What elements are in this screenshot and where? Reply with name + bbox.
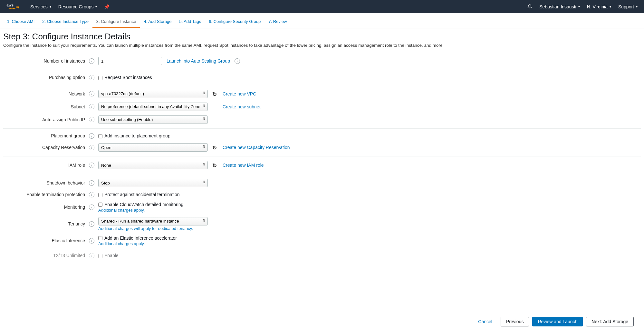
info-icon[interactable]: i bbox=[89, 117, 94, 122]
monitoring-label: Monitoring bbox=[3, 200, 87, 215]
tenancy-label: Tenancy bbox=[3, 215, 87, 233]
create-vpc-link[interactable]: Create new VPC bbox=[223, 91, 256, 96]
subnet-label: Subnet bbox=[3, 100, 87, 113]
termination-wrapper[interactable]: Protect against accidental termination bbox=[98, 192, 179, 197]
create-capacity-link[interactable]: Create new Capacity Reservation bbox=[223, 145, 290, 150]
iam-label: IAM role bbox=[3, 156, 87, 174]
pin-icon[interactable]: 📌 bbox=[104, 4, 110, 9]
chevron-down-icon: ▾ bbox=[578, 5, 580, 8]
info-icon[interactable]: i bbox=[89, 204, 94, 210]
info-icon[interactable]: i bbox=[89, 145, 94, 150]
monitoring-checkbox[interactable] bbox=[98, 203, 102, 207]
info-icon[interactable]: i bbox=[89, 104, 94, 109]
tab-security-group[interactable]: 6. Configure Security Group bbox=[205, 17, 264, 28]
user-menu[interactable]: Sebastian Insausti▾ bbox=[539, 4, 580, 9]
ei-text: Add an Elastic Inference accelerator bbox=[104, 235, 177, 241]
info-icon[interactable]: i bbox=[235, 58, 240, 64]
services-label: Services bbox=[30, 4, 48, 9]
info-icon[interactable]: i bbox=[89, 75, 94, 80]
services-menu[interactable]: Services▾ bbox=[30, 4, 51, 9]
chevron-down-icon: ▾ bbox=[636, 5, 638, 8]
aws-logo[interactable]: aws bbox=[6, 3, 21, 11]
region-menu[interactable]: N. Virginia▾ bbox=[587, 4, 611, 9]
monitoring-note-link[interactable]: Additional charges apply. bbox=[98, 208, 639, 213]
refresh-icon[interactable]: ↻ bbox=[212, 91, 218, 97]
placement-wrapper[interactable]: Add instance to placement group bbox=[98, 133, 170, 138]
resource-groups-menu[interactable]: Resource Groups▾ bbox=[58, 4, 97, 9]
svg-text:aws: aws bbox=[6, 3, 14, 7]
shutdown-select[interactable]: Stop bbox=[98, 179, 208, 187]
capacity-label: Capacity Reservation bbox=[3, 141, 87, 156]
configure-form: Number of instances i Launch into Auto S… bbox=[3, 52, 641, 261]
page-title: Step 3: Configure Instance Details bbox=[3, 32, 641, 42]
create-iam-link[interactable]: Create new IAM role bbox=[223, 163, 264, 168]
tenancy-note-link[interactable]: Additional charges will apply for dedica… bbox=[98, 226, 639, 231]
t2t3-text: Enable bbox=[104, 253, 119, 258]
termination-text: Protect against accidental termination bbox=[104, 192, 179, 197]
tab-configure-instance[interactable]: 3. Configure Instance bbox=[92, 17, 140, 28]
bell-icon[interactable] bbox=[527, 4, 532, 9]
tab-choose-ami[interactable]: 1. Choose AMI bbox=[3, 17, 38, 28]
num-instances-input[interactable] bbox=[98, 57, 162, 65]
placement-label: Placement group bbox=[3, 128, 87, 141]
request-spot-text: Request Spot instances bbox=[104, 75, 152, 80]
create-subnet-link[interactable]: Create new subnet bbox=[223, 104, 261, 109]
wizard-tabs: 1. Choose AMI 2. Choose Instance Type 3.… bbox=[0, 13, 644, 28]
iam-select[interactable]: None bbox=[98, 161, 208, 169]
subnet-select[interactable]: No preference (default subnet in any Ava… bbox=[98, 103, 208, 111]
info-icon[interactable]: i bbox=[89, 91, 94, 96]
refresh-icon[interactable]: ↻ bbox=[212, 145, 218, 150]
region-label: N. Virginia bbox=[587, 4, 608, 9]
topbar-left: Services▾ Resource Groups▾ 📌 bbox=[30, 4, 110, 9]
tenancy-select[interactable]: Shared - Run a shared hardware instance bbox=[98, 217, 208, 225]
placement-text: Add instance to placement group bbox=[104, 133, 170, 138]
support-label: Support bbox=[618, 4, 634, 9]
info-icon[interactable]: i bbox=[89, 180, 94, 186]
network-label: Network bbox=[3, 85, 87, 100]
capacity-select[interactable]: Open bbox=[98, 143, 208, 152]
info-icon[interactable]: i bbox=[89, 192, 94, 197]
info-icon[interactable]: i bbox=[89, 58, 94, 64]
page-description: Configure the instance to suit your requ… bbox=[3, 43, 641, 48]
t2t3-label: T2/T3 Unlimited bbox=[3, 248, 87, 261]
monitoring-wrapper[interactable]: Enable CloudWatch detailed monitoring bbox=[98, 202, 183, 207]
purchasing-label: Purchasing option bbox=[3, 70, 87, 85]
chevron-down-icon: ▾ bbox=[50, 5, 51, 8]
info-icon[interactable]: i bbox=[89, 253, 94, 258]
request-spot-checkbox[interactable] bbox=[98, 76, 102, 80]
topbar-right: Sebastian Insausti▾ N. Virginia▾ Support… bbox=[527, 4, 638, 9]
termination-label: Enable termination protection bbox=[3, 189, 87, 200]
t2t3-wrapper[interactable]: Enable bbox=[98, 253, 119, 258]
shutdown-label: Shutdown behavior bbox=[3, 174, 87, 190]
chevron-down-icon: ▾ bbox=[610, 5, 611, 8]
network-select[interactable]: vpc-a70327dc (default) bbox=[98, 90, 208, 98]
info-icon[interactable]: i bbox=[89, 238, 94, 244]
t2t3-checkbox[interactable] bbox=[98, 254, 102, 258]
tab-add-storage[interactable]: 4. Add Storage bbox=[140, 17, 175, 28]
termination-checkbox[interactable] bbox=[98, 193, 102, 197]
info-icon[interactable]: i bbox=[89, 133, 94, 139]
tab-review[interactable]: 7. Review bbox=[264, 17, 291, 28]
ei-label: Elastic Inference bbox=[3, 233, 87, 248]
resource-groups-label: Resource Groups bbox=[58, 4, 94, 9]
num-instances-label: Number of instances bbox=[3, 52, 87, 70]
page-content: Step 3: Configure Instance Details Confi… bbox=[0, 28, 644, 286]
support-menu[interactable]: Support▾ bbox=[618, 4, 638, 9]
ei-wrapper[interactable]: Add an Elastic Inference accelerator bbox=[98, 235, 177, 241]
monitoring-text: Enable CloudWatch detailed monitoring bbox=[104, 202, 183, 207]
refresh-icon[interactable]: ↻ bbox=[212, 162, 218, 168]
auto-ip-select[interactable]: Use subnet setting (Enable) bbox=[98, 115, 208, 124]
topbar: aws Services▾ Resource Groups▾ 📌 Sebasti… bbox=[0, 0, 644, 13]
tab-choose-instance-type[interactable]: 2. Choose Instance Type bbox=[38, 17, 92, 28]
request-spot-wrapper[interactable]: Request Spot instances bbox=[98, 75, 152, 80]
chevron-down-icon: ▾ bbox=[95, 5, 97, 8]
ei-note-link[interactable]: Additional charges apply. bbox=[98, 241, 639, 246]
user-label: Sebastian Insausti bbox=[539, 4, 576, 9]
tab-add-tags[interactable]: 5. Add Tags bbox=[175, 17, 205, 28]
placement-checkbox[interactable] bbox=[98, 134, 102, 138]
info-icon[interactable]: i bbox=[89, 163, 94, 168]
auto-ip-label: Auto-assign Public IP bbox=[3, 113, 87, 129]
launch-asg-link[interactable]: Launch into Auto Scaling Group bbox=[167, 58, 230, 64]
info-icon[interactable]: i bbox=[89, 221, 94, 227]
ei-checkbox[interactable] bbox=[98, 236, 102, 240]
